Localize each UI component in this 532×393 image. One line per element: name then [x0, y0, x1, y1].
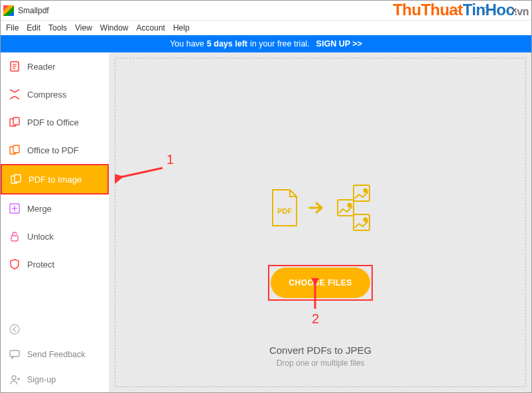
svg-rect-13 — [11, 236, 18, 241]
sidebar-item-label: Compress — [27, 90, 66, 100]
main-title: Convert PDFs to JPEG — [269, 345, 371, 356]
trial-days: 5 days left — [207, 39, 247, 48]
content-area: Reader Compress PDF to Office Office to … — [1, 52, 531, 392]
sidebar-item-label: PDF to Office — [27, 118, 79, 127]
menu-bar: File Edit Tools View Window Account Help — [1, 21, 531, 35]
back-arrow-icon — [9, 323, 21, 335]
title-bar: Smallpdf — [1, 1, 531, 21]
window-title: Smallpdf — [18, 6, 49, 15]
compress-icon — [9, 88, 21, 100]
pdf-to-image-icon — [10, 173, 22, 185]
sidebar-item-label: Unlock — [27, 232, 54, 242]
sidebar-item-unlock[interactable]: Unlock — [1, 222, 109, 250]
menu-edit[interactable]: Edit — [27, 23, 40, 33]
pdf-to-office-icon — [9, 116, 21, 128]
sign-up-button[interactable]: Sign-up — [1, 367, 109, 392]
annotation-box-1: PDF to Image — [1, 164, 109, 195]
arrow-right-icon — [308, 201, 326, 214]
close-button[interactable] — [499, 1, 529, 21]
drop-zone[interactable]: PDF — [115, 58, 526, 387]
main-panel: PDF — [109, 52, 531, 392]
svg-point-14 — [10, 325, 19, 334]
merge-icon — [9, 202, 21, 214]
sidebar-item-label: Protect — [27, 260, 54, 270]
back-button[interactable] — [1, 317, 109, 342]
feedback-icon — [9, 349, 21, 360]
app-logo-icon — [3, 5, 14, 16]
sign-up-label: Sign-up — [27, 375, 56, 384]
svg-rect-5 — [13, 118, 19, 125]
pdf-file-icon: PDF — [269, 189, 300, 227]
menu-file[interactable]: File — [6, 23, 19, 33]
minimize-button[interactable] — [441, 1, 470, 21]
signup-link[interactable]: SIGN UP >> — [316, 39, 362, 48]
main-subtitle: Drop one or multiple files — [269, 358, 371, 368]
sidebar-item-protect[interactable]: Protect — [1, 250, 109, 278]
maximize-button[interactable] — [470, 1, 499, 21]
svg-point-16 — [12, 376, 16, 380]
menu-account[interactable]: Account — [137, 23, 165, 33]
trial-suffix: in your free trial. — [250, 39, 310, 48]
svg-point-25 — [364, 218, 367, 222]
sidebar-item-compress[interactable]: Compress — [1, 80, 109, 108]
sidebar-item-label: Merge — [27, 204, 52, 214]
reader-icon — [9, 60, 21, 72]
choose-files-button[interactable]: CHOOSE FILES — [271, 268, 370, 298]
trial-prefix: You have — [170, 39, 204, 48]
sidebar-item-office-to-pdf[interactable]: Office to PDF — [1, 136, 109, 164]
svg-rect-7 — [13, 145, 19, 153]
sidebar-item-label: Office to PDF — [27, 145, 79, 155]
office-to-pdf-icon — [9, 144, 21, 156]
sidebar-item-pdf-to-image[interactable]: PDF to Image — [2, 165, 107, 193]
sidebar-item-label: Reader — [27, 62, 56, 72]
shield-icon — [9, 258, 21, 270]
menu-view[interactable]: View — [75, 23, 92, 33]
send-feedback-button[interactable]: Send Feedback — [1, 342, 109, 367]
menu-tools[interactable]: Tools — [48, 23, 67, 33]
hero-graphic: PDF — [269, 184, 372, 232]
user-icon — [9, 374, 21, 386]
menu-window[interactable]: Window — [100, 23, 129, 33]
svg-point-23 — [348, 204, 352, 207]
annotation-box-2: CHOOSE FILES — [268, 265, 373, 301]
window-controls — [441, 1, 529, 21]
dropzone-caption: Convert PDFs to JPEG Drop one or multipl… — [269, 345, 371, 368]
sidebar-item-reader[interactable]: Reader — [1, 52, 109, 80]
svg-rect-9 — [15, 175, 21, 182]
menu-help[interactable]: Help — [173, 23, 190, 33]
svg-rect-15 — [10, 351, 19, 356]
sidebar: Reader Compress PDF to Office Office to … — [1, 52, 109, 392]
svg-point-21 — [364, 189, 367, 193]
sidebar-item-label: PDF to Image — [29, 175, 82, 185]
sidebar-item-pdf-to-office[interactable]: PDF to Office — [1, 108, 109, 136]
unlock-icon — [9, 230, 21, 242]
feedback-label: Send Feedback — [27, 350, 86, 359]
trial-banner: You have 5 days left in your free trial.… — [1, 35, 531, 52]
sidebar-item-merge[interactable]: Merge — [1, 195, 109, 222]
image-stack-icon — [334, 184, 372, 232]
svg-text:PDF: PDF — [277, 207, 292, 215]
